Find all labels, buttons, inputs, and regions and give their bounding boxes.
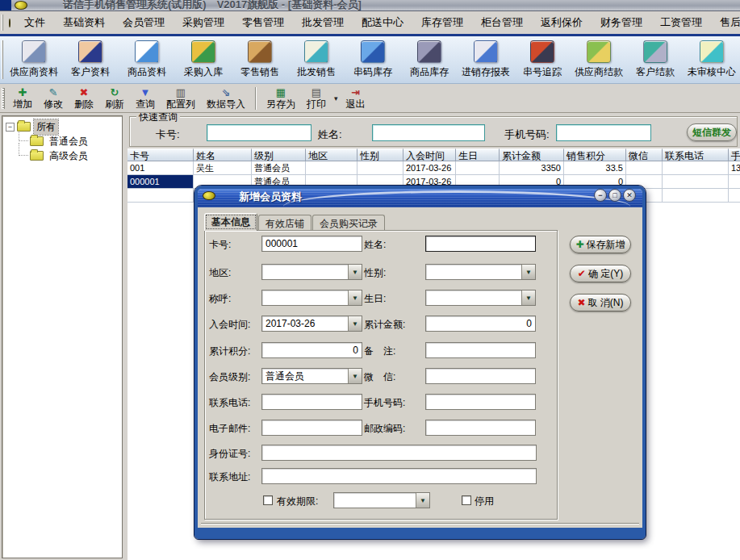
table-cell[interactable]: 33.5 — [564, 161, 626, 175]
telephone-field[interactable] — [261, 394, 362, 410]
chevron-down-icon[interactable]: ▼ — [521, 290, 535, 305]
toolbar-button-imei-trace[interactable]: 串号追踪 — [514, 38, 571, 81]
sms-broadcast-button[interactable]: 短信群发 — [687, 123, 737, 141]
column-header-1[interactable]: 姓名 — [194, 148, 252, 161]
toolbar-button-data-import[interactable]: ⇘数据导入 — [201, 85, 251, 112]
menu-item-1[interactable]: 基础资料 — [54, 12, 114, 33]
menu-item-2[interactable]: 会员管理 — [114, 12, 174, 33]
menu-item-3[interactable]: 采购管理 — [174, 12, 233, 33]
region-combo[interactable]: ▼ — [261, 264, 362, 280]
email-field[interactable] — [261, 420, 362, 436]
column-header-11[interactable]: 手机号码 — [729, 148, 740, 161]
disabled-checkbox[interactable] — [462, 495, 471, 505]
wechat-field[interactable] — [425, 368, 536, 384]
postcode-field[interactable] — [425, 420, 536, 436]
column-header-3[interactable]: 地区 — [306, 148, 357, 161]
menu-item-11[interactable]: 工资管理 — [651, 12, 711, 33]
salutation-combo[interactable]: ▼ — [261, 290, 362, 306]
table-cell[interactable] — [357, 161, 403, 175]
name-search-input[interactable] — [372, 124, 485, 141]
close-icon[interactable]: ✕ — [623, 189, 636, 202]
chevron-down-icon[interactable]: ▼ — [348, 316, 362, 331]
toolbar-button-add[interactable]: ✚增加 — [7, 85, 38, 112]
chevron-down-icon[interactable]: ▼ — [416, 493, 429, 508]
total-amount-field[interactable]: 0 — [425, 316, 536, 332]
mobile-field[interactable] — [425, 394, 536, 410]
toolbar-button-suppliers[interactable]: 供应商资料 — [6, 38, 62, 81]
column-header-0[interactable]: 卡号 — [128, 148, 194, 161]
tab-2[interactable]: 会员购买记录 — [312, 215, 385, 231]
toolbar-grip[interactable] — [2, 40, 3, 79]
table-cell[interactable]: 吴生 — [194, 161, 252, 175]
card-no-field[interactable]: 000001 — [261, 236, 362, 252]
table-cell[interactable]: 普通会员 — [252, 161, 306, 175]
cancel-button[interactable]: ✖取 消(N) — [570, 294, 631, 311]
chevron-down-icon[interactable]: ▼ — [348, 265, 362, 279]
tree-item-1[interactable]: 高级会员 — [15, 148, 120, 163]
tree-root-label[interactable]: 所有 — [34, 119, 58, 135]
menu-item-12[interactable]: 售后服务 — [711, 12, 740, 33]
toolbar-button-customers[interactable]: 客户资料 — [62, 38, 119, 81]
toolbar-button-inventory-report[interactable]: 进销存报表 — [458, 38, 514, 81]
table-cell[interactable] — [626, 161, 663, 175]
address-field[interactable] — [261, 468, 537, 484]
card-no-search-input[interactable] — [207, 124, 311, 141]
table-cell[interactable] — [456, 161, 500, 175]
table-cell[interactable]: 2017-03-26 — [403, 161, 456, 175]
toolbar-button-unaudited-center[interactable]: 未审核中心 — [684, 38, 740, 81]
menu-item-5[interactable]: 批发管理 — [293, 12, 353, 33]
column-header-2[interactable]: 级别 — [252, 148, 306, 161]
id-card-field[interactable] — [261, 445, 537, 461]
toolbar-grip[interactable] — [2, 88, 5, 109]
menu-item-7[interactable]: 库存管理 — [412, 12, 472, 33]
confirm-button[interactable]: ✔确 定(Y) — [570, 265, 631, 282]
toolbar-button-products[interactable]: 商品资料 — [119, 38, 175, 81]
table-cell[interactable]: 000001 — [128, 175, 194, 189]
validity-combo[interactable]: ▼ — [333, 492, 430, 508]
toolbar-button-edit[interactable]: ✎修改 — [38, 85, 69, 112]
validity-checkbox[interactable] — [263, 495, 273, 505]
menu-item-6[interactable]: 配送中心 — [353, 12, 412, 33]
column-header-6[interactable]: 生日 — [456, 148, 500, 161]
total-points-field[interactable]: 0 — [261, 342, 362, 358]
toolbar-button-save-as[interactable]: ▦另存为 — [261, 85, 301, 112]
toolbar-button-product-stock[interactable]: 商品库存 — [401, 38, 458, 81]
toolbar-button-wholesale-sale[interactable]: 批发销售 — [288, 38, 345, 81]
tree-item-0[interactable]: 普通会员 — [15, 134, 120, 148]
column-header-9[interactable]: 微信 — [626, 148, 663, 161]
toolbar-button-supplier-settle[interactable]: 供应商结款 — [571, 38, 627, 81]
tree-item-label[interactable]: 普通会员 — [47, 134, 90, 149]
chevron-down-icon[interactable]: ▼ — [521, 265, 535, 279]
menu-item-9[interactable]: 返利保价 — [532, 12, 592, 33]
column-header-4[interactable]: 性别 — [357, 148, 403, 161]
tab-0[interactable]: 基本信息 — [204, 213, 257, 231]
toolbar-button-imei-stock[interactable]: 串码库存 — [345, 38, 401, 81]
print-dropdown-icon[interactable]: ▾ — [332, 85, 341, 112]
phone-search-input[interactable] — [556, 124, 651, 141]
remark-field[interactable] — [425, 342, 536, 358]
dialog-titlebar[interactable]: 新增会员资料 −□✕ — [194, 186, 646, 207]
tree-item-label[interactable]: 高级会员 — [47, 148, 90, 164]
save-new-button[interactable]: ✚保存新增 — [570, 236, 631, 253]
name-field[interactable] — [425, 236, 536, 252]
gender-combo[interactable]: ▼ — [425, 264, 536, 280]
menu-item-4[interactable]: 零售管理 — [233, 12, 293, 33]
tree-collapse-icon[interactable]: − — [6, 123, 15, 132]
toolbar-button-refresh[interactable]: ↻刷新 — [99, 85, 130, 112]
join-date-combo[interactable]: 2017-03-26▼ — [261, 316, 362, 332]
toolbar-button-delete[interactable]: ✖删除 — [69, 85, 99, 112]
toolbar-button-exit[interactable]: ⇥退出 — [341, 85, 371, 112]
toolbar-button-print[interactable]: ▤打印 — [301, 85, 332, 112]
column-header-10[interactable]: 联系电话 — [663, 148, 729, 161]
birthday-combo[interactable]: ▼ — [425, 290, 536, 306]
menu-item-8[interactable]: 柜台管理 — [472, 12, 532, 33]
toolbar-grip[interactable] — [2, 15, 3, 31]
menu-item-0[interactable]: 文件 — [15, 12, 54, 33]
menu-item-10[interactable]: 财务管理 — [592, 12, 651, 33]
table-cell[interactable] — [663, 175, 729, 189]
table-cell[interactable] — [306, 161, 357, 175]
member-level-combo[interactable]: 普通会员▼ — [261, 368, 362, 384]
toolbar-button-retail-sale[interactable]: 零售销售 — [232, 38, 288, 81]
maximize-icon[interactable]: □ — [608, 189, 621, 202]
table-cell[interactable]: 3350 — [500, 161, 564, 175]
